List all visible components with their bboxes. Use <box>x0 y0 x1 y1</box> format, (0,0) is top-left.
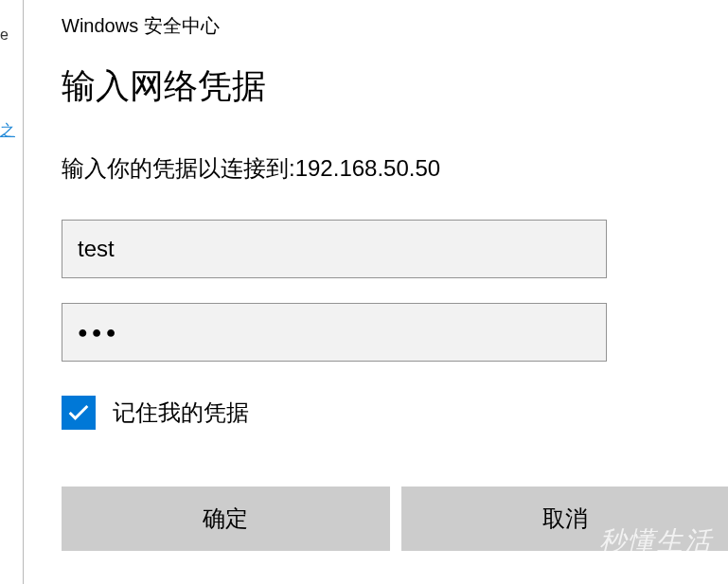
dialog-title: 输入网络凭据 <box>62 63 728 110</box>
credentials-dialog: Windows 安全中心 输入网络凭据 输入你的凭据以连接到:192.168.5… <box>23 0 728 584</box>
background-text-2: 之 <box>0 121 15 141</box>
cancel-button[interactable]: 取消 <box>401 487 729 551</box>
remember-label: 记住我的凭据 <box>113 398 249 428</box>
instruction-text: 输入你的凭据以连接到:192.168.50.50 <box>62 153 728 184</box>
password-input[interactable] <box>62 303 607 362</box>
dialog-buttons: 确定 取消 <box>62 487 728 551</box>
checkmark-icon <box>65 399 92 426</box>
window-title: Windows 安全中心 <box>62 13 728 39</box>
remember-checkbox[interactable] <box>62 396 96 430</box>
username-input[interactable] <box>62 220 607 278</box>
remember-credentials-row: 记住我的凭据 <box>62 396 728 430</box>
background-text-1: e <box>0 27 9 44</box>
ok-button[interactable]: 确定 <box>62 487 390 551</box>
